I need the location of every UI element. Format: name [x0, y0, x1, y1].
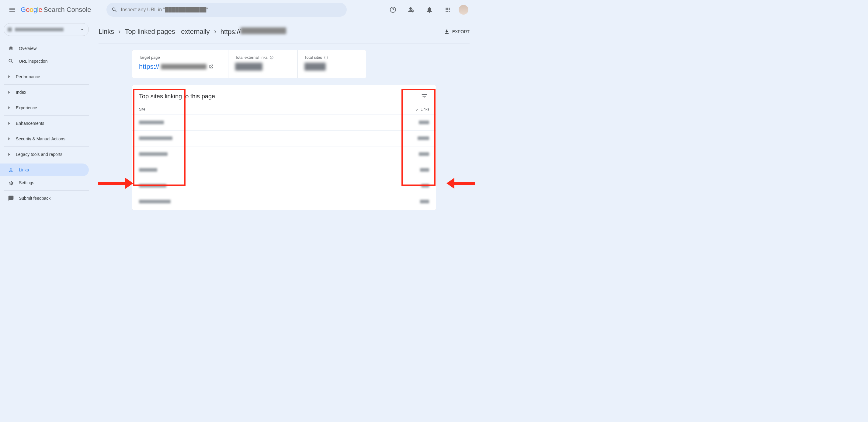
search-input[interactable] [121, 7, 342, 12]
sidebar-item-url-inspection[interactable]: URL inspection [4, 55, 89, 67]
breadcrumb: Links › Top linked pages - externally › … [98, 27, 286, 36]
breadcrumb-current: https:// [220, 27, 286, 36]
filter-icon [421, 93, 428, 100]
total-sites-value [304, 63, 359, 73]
card-label: Target page [139, 55, 221, 60]
links-cell [417, 136, 429, 141]
export-button[interactable]: EXPORT [444, 29, 470, 35]
sidebar-item-links[interactable]: Links [0, 164, 89, 176]
table-row[interactable] [132, 131, 436, 146]
divider [4, 131, 89, 131]
divider [4, 84, 89, 85]
sidebar-item-feedback[interactable]: Submit feedback [4, 192, 89, 205]
links-cell [420, 167, 429, 173]
bell-icon [426, 6, 433, 13]
links-icon [8, 167, 14, 173]
breadcrumb-top-linked[interactable]: Top linked pages - externally [125, 28, 210, 36]
gear-icon [8, 180, 14, 186]
top-bar: Google Search Console [0, 0, 473, 20]
sidebar-section-enhancements[interactable]: Enhancements [4, 117, 89, 130]
download-icon [444, 29, 450, 35]
divider [4, 69, 89, 69]
table-row[interactable] [132, 194, 436, 210]
summary-cards: Target page https:// Total external link… [132, 50, 366, 78]
chevron-right-icon [6, 120, 12, 126]
breadcrumb-links[interactable]: Links [98, 28, 114, 36]
divider [4, 100, 89, 100]
feedback-icon [8, 195, 14, 201]
sidebar-item-label: Submit feedback [19, 196, 51, 201]
top-sites-panel: Top sites linking to this page Site Link… [132, 85, 436, 210]
account-avatar[interactable] [459, 5, 468, 15]
google-logo[interactable]: Google Search Console [21, 6, 91, 14]
card-target-page: Target page https:// [132, 50, 228, 78]
open-in-new-icon [208, 64, 214, 69]
card-label: Total external links [235, 55, 291, 60]
column-links[interactable]: Links [414, 107, 429, 111]
info-icon[interactable] [270, 55, 274, 60]
sidebar-item-label: Links [19, 167, 29, 172]
target-page-link[interactable]: https:// [139, 63, 221, 71]
chevron-right-icon: › [118, 28, 120, 36]
chevron-right-icon [6, 136, 12, 142]
sidebar-item-label: Overview [19, 46, 36, 51]
user-gear-icon [407, 6, 415, 13]
table-row[interactable] [132, 178, 436, 194]
card-label: Total sites [304, 55, 359, 60]
external-links-value [235, 63, 291, 73]
column-site[interactable]: Site [139, 107, 145, 111]
apps-grid-icon [445, 7, 451, 13]
sidebar-section-performance[interactable]: Performance [4, 70, 89, 83]
table-row[interactable] [132, 146, 436, 162]
table-row[interactable] [132, 162, 436, 178]
top-bar-actions [385, 2, 468, 17]
divider [4, 146, 89, 147]
export-label: EXPORT [452, 29, 470, 34]
site-cell [139, 151, 167, 157]
panel-title: Top sites linking to this page [139, 93, 215, 100]
apps-button[interactable] [440, 2, 455, 17]
links-cell [419, 151, 429, 157]
table-header: Site Links [132, 104, 436, 115]
sidebar-item-overview[interactable]: Overview [4, 42, 89, 55]
url-redacted [161, 64, 207, 69]
divider [4, 162, 89, 162]
sidebar: Overview URL inspection Performance Inde… [0, 20, 91, 231]
arrow-down-icon [414, 107, 419, 111]
search-bar[interactable] [106, 3, 347, 17]
links-cell [420, 199, 429, 205]
section-label: Performance [16, 74, 40, 79]
notifications-button[interactable] [422, 2, 437, 17]
section-label: Experience [16, 105, 37, 110]
property-picker[interactable] [4, 23, 89, 36]
help-button[interactable] [385, 2, 400, 17]
links-cell [421, 183, 429, 189]
site-cell [139, 167, 157, 173]
filter-button[interactable] [420, 91, 429, 101]
table-body [132, 115, 436, 210]
sidebar-section-legacy[interactable]: Legacy tools and reports [4, 148, 89, 161]
annotation-arrow-right [445, 177, 473, 190]
users-button[interactable] [404, 2, 418, 17]
home-icon [8, 45, 14, 52]
card-total-sites: Total sites [298, 50, 366, 78]
sidebar-item-settings[interactable]: Settings [4, 176, 89, 189]
chevron-right-icon [6, 151, 12, 158]
sidebar-section-experience[interactable]: Experience [4, 102, 89, 114]
site-cell [139, 120, 164, 125]
page-header: Links › Top linked pages - externally › … [98, 20, 470, 44]
product-name: Search Console [43, 6, 91, 14]
main-content: Links › Top linked pages - externally › … [91, 20, 473, 231]
section-label: Enhancements [16, 121, 44, 126]
section-label: Legacy tools and reports [16, 152, 62, 157]
divider [4, 115, 89, 116]
search-icon [111, 7, 117, 13]
chevron-right-icon [6, 105, 12, 111]
site-cell [139, 183, 166, 189]
info-icon[interactable] [324, 55, 328, 60]
menu-button[interactable] [5, 2, 20, 17]
divider [4, 190, 89, 191]
table-row[interactable] [132, 115, 436, 131]
sidebar-section-index[interactable]: Index [4, 86, 89, 99]
sidebar-section-security[interactable]: Security & Manual Actions [4, 133, 89, 145]
